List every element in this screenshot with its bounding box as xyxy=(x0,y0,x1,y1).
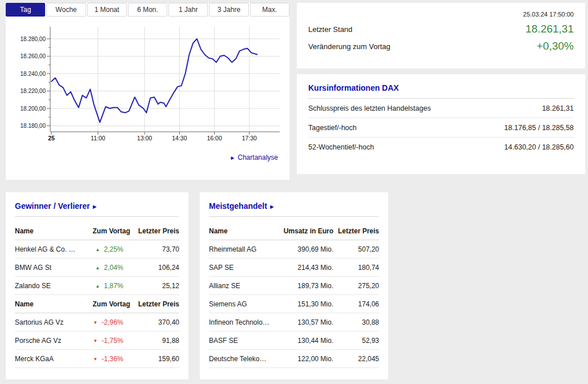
table-row[interactable]: BASF SE130,44 Mio.52,93 xyxy=(209,332,379,350)
meistgehandelt-title: Meistgehandelt xyxy=(209,201,267,211)
kursinformationen-rows: Schlusspreis des letzten Handelstages18.… xyxy=(308,99,574,157)
table-row[interactable]: Deutsche Telekom AG122,00 Mio.22,045 xyxy=(209,350,379,368)
triangle-up-icon: ▲ xyxy=(95,265,100,270)
table-row[interactable]: SAP SE214,43 Mio.180,74 xyxy=(209,258,379,277)
stock-name: Siemens AG xyxy=(209,300,269,308)
change-value: 1,87% xyxy=(104,282,123,290)
kursinfo-row-value: 18.261,31 xyxy=(542,104,574,112)
tab-1-jahr[interactable]: 1 Jahr xyxy=(168,3,208,17)
stock-name: Deutsche Telekom AG xyxy=(209,355,269,363)
meistgehandelt-title-link[interactable]: Meistgehandelt► xyxy=(209,201,379,211)
tab-tag[interactable]: Tag xyxy=(6,3,45,17)
last-price-label: Letzter Stand xyxy=(308,25,352,34)
gewinner-verlierer-table: NameZum VortagLetzter PreisHenkel AG & C… xyxy=(15,222,179,368)
last-price: 106,24 xyxy=(130,264,179,272)
svg-text:13:00: 13:00 xyxy=(137,135,152,142)
quote-card: 25.03.24 17:50:00 Letzter Stand 18.261,3… xyxy=(297,3,585,68)
change-value: 2,04% xyxy=(104,264,123,272)
meistgehandelt-table: NameUmsatz in EuroLetzter PreisRheinmeta… xyxy=(209,222,379,368)
last-price-row: Letzter Stand 18.261,31 xyxy=(308,21,574,38)
kursinfo-row: Schlusspreis des letzten Handelstages18.… xyxy=(308,99,574,118)
svg-text:11:00: 11:00 xyxy=(91,135,106,142)
svg-text:18.220,00: 18.220,00 xyxy=(21,88,46,94)
svg-text:14:30: 14:30 xyxy=(172,135,187,142)
chartanalyse-label: Chartanalyse xyxy=(237,153,278,161)
svg-text:18.260,00: 18.260,00 xyxy=(21,53,46,59)
kursinfo-row-value: 18.176,85 / 18.285,58 xyxy=(504,124,574,132)
gewinner-verlierer-title-link[interactable]: Gewinner / Verlierer► xyxy=(15,201,179,211)
last-price: 22,045 xyxy=(333,355,379,363)
stock-name: Porsche AG Vz xyxy=(15,337,76,345)
kursinfo-row-label: 52-Wochentief/-hoch xyxy=(308,143,374,151)
table-row[interactable]: Merck KGaA▼-1,36%159,60 xyxy=(15,350,179,368)
stock-name: BASF SE xyxy=(209,337,269,345)
last-price: 52,93 xyxy=(333,337,379,345)
table-row[interactable]: Siemens AG151,30 Mio.174,06 xyxy=(209,295,379,313)
turnover-value: 130,57 Mio. xyxy=(269,318,333,326)
last-price: 25,12 xyxy=(130,282,179,290)
last-price: 159,60 xyxy=(130,355,179,363)
last-price: 180,74 xyxy=(333,264,379,272)
meistgehandelt-card: Meistgehandelt► NameUmsatz in EuroLetzte… xyxy=(200,192,388,379)
tab-1-monat[interactable]: 1 Monat xyxy=(87,3,127,17)
turnover-value: 189,73 Mio. xyxy=(269,282,333,290)
turnover-value: 122,00 Mio. xyxy=(269,355,333,363)
last-price: 507,20 xyxy=(333,245,379,253)
turnover-value: 130,44 Mio. xyxy=(269,337,333,345)
triangle-down-icon: ▼ xyxy=(93,338,98,343)
period-tabbar: TagWoche1 Monat6 Mon.1 Jahr3 JahreMax. xyxy=(6,3,289,17)
change-value: -1,36% xyxy=(102,355,123,363)
table-row[interactable]: Infineon Technologies …130,57 Mio.30,88 xyxy=(209,313,379,332)
gewinner-verlierer-title: Gewinner / Verlierer xyxy=(15,201,90,211)
stock-name: Infineon Technologies … xyxy=(209,318,269,326)
stock-name: BMW AG St xyxy=(15,264,76,272)
table-row[interactable]: BMW AG St▲2,04%106,24 xyxy=(15,258,179,277)
table-row[interactable]: Rheinmetall AG390,69 Mio.507,20 xyxy=(209,240,379,258)
triangle-down-icon: ▼ xyxy=(93,357,98,362)
stock-name: Zalando SE xyxy=(15,282,76,290)
table-row[interactable]: Allianz SE189,73 Mio.275,20 xyxy=(209,277,379,295)
change-value: +0,30% xyxy=(537,40,574,52)
turnover-value: 214,43 Mio. xyxy=(269,264,333,272)
stock-name: Allianz SE xyxy=(209,282,269,290)
table-row[interactable]: Zalando SE▲1,87%25,12 xyxy=(15,277,179,295)
last-price-value: 18.261,31 xyxy=(525,23,574,35)
arrow-right-icon: ► xyxy=(269,203,275,210)
tab-max[interactable]: Max. xyxy=(250,3,289,17)
change-value: -1,75% xyxy=(102,337,123,345)
table-header-row: NameZum VortagLetzter Preis xyxy=(15,222,179,240)
arrow-right-icon: ► xyxy=(92,203,98,210)
table-row[interactable]: Henkel AG & Co. KGaA Vz▲2,25%73,70 xyxy=(15,240,179,258)
kursinfo-row-label: Schlusspreis des letzten Handelstages xyxy=(308,104,431,112)
svg-text:18.280,00: 18.280,00 xyxy=(21,36,46,42)
kursinformationen-title: Kursinformationen DAX xyxy=(308,83,574,92)
last-price: 174,06 xyxy=(333,300,379,308)
last-price: 370,40 xyxy=(130,318,179,326)
stock-name: SAP SE xyxy=(209,264,269,272)
tab-3-jahre[interactable]: 3 Jahre xyxy=(209,3,248,17)
dax-intraday-chart[interactable]: 18.180,0018.200,0018.220,0018.240,0018.2… xyxy=(6,19,289,149)
svg-text:25: 25 xyxy=(48,135,55,142)
triangle-up-icon: ▲ xyxy=(95,247,100,252)
last-price: 275,20 xyxy=(333,282,379,290)
svg-text:18.200,00: 18.200,00 xyxy=(21,106,46,112)
chartanalyse-link[interactable]: ►Chartanalyse xyxy=(229,153,278,161)
change-value: -2,96% xyxy=(102,318,123,326)
last-price: 91,88 xyxy=(130,337,179,345)
kursinformationen-card: Kursinformationen DAX Schlusspreis des l… xyxy=(297,74,585,174)
triangle-up-icon: ▲ xyxy=(95,284,100,289)
chart-card: TagWoche1 Monat6 Mon.1 Jahr3 JahreMax. 1… xyxy=(6,3,289,180)
tab-woche[interactable]: Woche xyxy=(46,3,86,17)
svg-text:18.240,00: 18.240,00 xyxy=(21,71,46,77)
change-value: 2,25% xyxy=(104,245,123,253)
svg-text:16:00: 16:00 xyxy=(207,135,221,142)
last-price: 73,70 xyxy=(130,245,179,253)
table-header-row: NameZum VortagLetzter Preis xyxy=(15,295,179,313)
table-row[interactable]: Sartorius AG Vz▼-2,96%370,40 xyxy=(15,313,179,332)
stock-name: Merck KGaA xyxy=(15,355,76,363)
tab-6-mon[interactable]: 6 Mon. xyxy=(128,3,167,17)
kursinfo-row-label: Tagestief/-hoch xyxy=(308,124,357,132)
table-row[interactable]: Porsche AG Vz▼-1,75%91,88 xyxy=(15,332,179,350)
gewinner-verlierer-card: Gewinner / Verlierer► NameZum VortagLetz… xyxy=(6,192,188,379)
svg-text:17:30: 17:30 xyxy=(242,135,257,142)
